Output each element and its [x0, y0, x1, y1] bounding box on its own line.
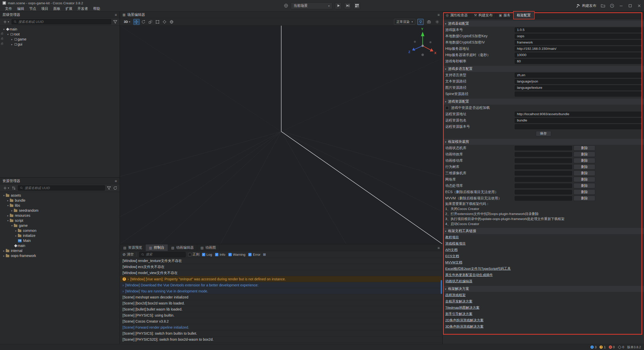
field-input[interactable]: 1.0.5 — [515, 27, 641, 32]
rotate-tool-icon[interactable] — [140, 19, 147, 25]
section-header[interactable]: ▾框架解决方案 — [443, 286, 644, 292]
field-input[interactable]: language/json — [515, 79, 641, 84]
field-input[interactable]: http://localhost:8083/assets/bundle — [515, 112, 641, 117]
caret-open-icon[interactable]: ▾ — [2, 194, 6, 197]
field-input[interactable]: zh,en — [515, 73, 641, 78]
delete-module-button[interactable]: 删除 — [574, 177, 595, 182]
status-count-notice[interactable]: 0 — [618, 345, 624, 349]
panel-menu-icon[interactable]: ≡ — [437, 13, 440, 17]
log-row[interactable]: [Scene] Forward render pipeline initiali… — [120, 324, 442, 330]
caret-open-icon[interactable]: ▾ — [6, 33, 10, 36]
caret-closed-icon[interactable]: ▸ — [10, 43, 14, 46]
collapse-logs-icon[interactable]: ⊞ — [263, 252, 266, 256]
caret-closed-icon[interactable]: ▸ — [14, 234, 18, 237]
status-count-info[interactable]: i3 — [590, 345, 596, 349]
caret-open-icon[interactable]: ▾ — [10, 224, 14, 227]
console-tab[interactable]: ▧动画编辑器 — [168, 244, 197, 251]
field-input[interactable]: bundle — [515, 118, 641, 123]
preview-device-icon[interactable] — [284, 4, 288, 8]
caret-open-icon[interactable]: ▾ — [6, 219, 10, 222]
inspector-tab[interactable]: ▣服务 — [496, 12, 514, 19]
preview-scene-select[interactable]: 当前场景 ▾ — [291, 2, 332, 9]
inspector-link[interactable]: MVVM文档 — [445, 260, 462, 265]
delete-module-button[interactable]: 删除 — [574, 158, 595, 163]
create-asset-button[interactable]: ▾ — [2, 186, 10, 190]
log-row[interactable]: [Window] render_texture文件夹不存在 — [120, 258, 442, 264]
close-button[interactable] — [637, 4, 641, 8]
folder-icon[interactable] — [601, 4, 605, 8]
delete-module-button[interactable]: 删除 — [574, 164, 595, 169]
console-tab[interactable]: ▨动画图 — [197, 244, 219, 251]
create-node-button[interactable]: ▾ — [2, 20, 10, 24]
field-input[interactable]: 10000 — [515, 53, 641, 58]
tree-node-gui[interactable]: ▸gui — [0, 42, 119, 47]
status-count-error[interactable]: ✕0 — [609, 345, 615, 349]
delete-module-button[interactable]: 删除 — [574, 170, 595, 176]
caret-closed-icon[interactable]: ▸ — [2, 249, 6, 252]
pivot-tool-icon[interactable] — [162, 19, 168, 25]
log-row[interactable]: [Scene] [PHYSICS]: using builtin. — [120, 312, 442, 318]
gear-icon[interactable] — [434, 19, 440, 25]
scene-light-toggle[interactable] — [417, 19, 424, 25]
field-input[interactable] — [515, 92, 641, 97]
sort-icon[interactable] — [12, 186, 16, 190]
expand-log-icon[interactable]: › — [123, 283, 124, 287]
delete-module-button[interactable]: 删除 — [574, 196, 595, 201]
field-input[interactable]: framework — [515, 40, 641, 45]
tree-node-game[interactable]: ▾game — [0, 223, 119, 228]
inspector-link[interactable]: 动画状态机编辑器 — [445, 279, 472, 284]
move-tool-icon[interactable] — [133, 19, 140, 25]
log-row[interactable]: ›[Window] You are running Vue in develop… — [120, 288, 442, 294]
inspector-link[interactable]: 原生包热更新配置自动生成插件 — [445, 273, 493, 277]
render-mode-select[interactable]: 正常渲染 ▾ — [394, 19, 415, 25]
tree-node-script[interactable]: ▾script — [0, 218, 119, 223]
menu-item[interactable]: 文件 — [3, 6, 15, 11]
console-scrollbar-thumb[interactable] — [441, 280, 442, 294]
layout-button[interactable] — [353, 2, 360, 9]
panel-menu-icon[interactable]: ≡ — [115, 13, 117, 17]
help-icon[interactable]: ? — [610, 4, 614, 8]
log-row[interactable]: [Window] model_view文件夹不存在 — [120, 270, 442, 276]
refresh-icon[interactable] — [113, 186, 117, 190]
tree-node-main[interactable]: ▾main — [0, 27, 119, 32]
log-row[interactable]: ›[Window] Download the Vue Devtools exte… — [120, 282, 442, 288]
inspector-tab[interactable]: ⚒构建发布 — [471, 12, 496, 19]
tree-node-game[interactable]: ▸game — [0, 37, 119, 42]
log-row[interactable]: [Window] ecs文件夹不存在 — [120, 264, 442, 270]
console-search-input[interactable]: 搜索 — [139, 252, 186, 257]
tree-node-root[interactable]: ▾root — [0, 32, 119, 37]
caret-closed-icon[interactable]: ▸ — [6, 214, 10, 217]
tree-node-initialize[interactable]: ▸initialize — [0, 233, 119, 238]
delete-module-button[interactable]: 删除 — [574, 189, 595, 195]
tree-node-internal[interactable]: ▸internal — [0, 248, 119, 253]
play-button[interactable] — [335, 2, 342, 9]
panel-menu-icon[interactable]: ≡ — [115, 179, 117, 183]
tree-node-common[interactable]: ▸common — [0, 228, 119, 233]
menu-item[interactable]: 开发者 — [75, 6, 91, 11]
console-filter-info[interactable]: ✓Info — [215, 253, 225, 256]
tree-node-resources[interactable]: ▸resources — [0, 213, 119, 218]
hierarchy-search-input[interactable]: 搜索名称或 UUID — [12, 19, 111, 24]
section-header[interactable]: ▾游戏资源配置 — [443, 99, 644, 105]
field-input[interactable]: language/texture — [515, 85, 641, 90]
inspector-tab[interactable]: 框架配置 — [514, 12, 534, 19]
menu-item[interactable]: 项目 — [39, 6, 51, 11]
tree-node-assets[interactable]: ▾assets — [0, 193, 119, 198]
maximize-button[interactable] — [628, 4, 632, 8]
console-tab[interactable]: ▥控制台 — [146, 244, 168, 251]
console-filter-log[interactable]: ✓Log — [202, 253, 212, 256]
log-row[interactable]: [Scene] [bullet]:bullet wasm lib loaded. — [120, 306, 442, 312]
section-header[interactable]: ▾框架模块裁剪 — [443, 139, 644, 145]
assets-search-input[interactable]: 搜索名称或 UUID — [18, 185, 105, 191]
section-header[interactable]: ▾框架文档工具链接 — [443, 228, 644, 234]
panel-menu-icon[interactable]: ≡ — [435, 246, 442, 250]
inspector-link[interactable]: 3D角色扮演游戏解决方案 — [445, 324, 484, 329]
caret-open-icon[interactable]: ▾ — [6, 204, 10, 207]
caret-closed-icon[interactable]: ▸ — [14, 229, 18, 232]
clear-console-button[interactable]: ⊘ 清空 — [123, 252, 134, 257]
scene-viewport[interactable]: Y X Z — [120, 26, 442, 244]
inspector-link[interactable]: 新手引导解决方案 — [445, 312, 472, 316]
inspector-link[interactable]: ECS文档 — [445, 254, 459, 258]
log-row[interactable]: [Scene] [box2d]:box2d wasm lib loaded. — [120, 300, 442, 306]
tree-node-oops-framework[interactable]: ▸oops-framework — [0, 253, 119, 258]
